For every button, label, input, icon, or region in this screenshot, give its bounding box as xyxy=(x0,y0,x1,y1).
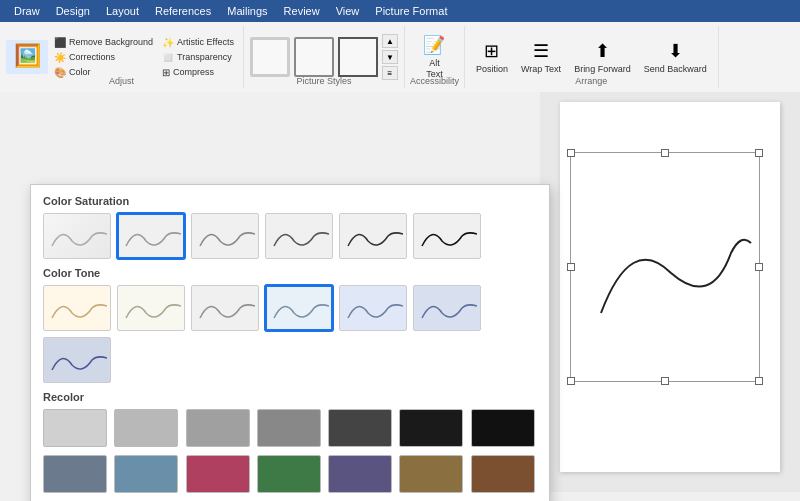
recolor-grayscale[interactable] xyxy=(114,409,178,447)
color-tone-title: Color Tone xyxy=(43,267,537,279)
group-adjust: 🖼️ ⬛ Remove Background ☀️ Corrections 🎨 … xyxy=(0,26,244,88)
signature-drawing xyxy=(571,153,761,383)
saturation-swatch-400[interactable] xyxy=(413,213,481,259)
menu-design[interactable]: Design xyxy=(48,3,98,19)
recolor-sepia[interactable] xyxy=(186,409,250,447)
remove-background-btn[interactable]: ⬛ Remove Background xyxy=(51,36,156,49)
artistic-effects-btn[interactable]: ✨ Artistic Effects xyxy=(159,36,237,49)
tone-swatch-1[interactable] xyxy=(43,285,111,331)
tone-preview-5 xyxy=(343,288,403,328)
picture-icon: 🖼️ xyxy=(14,43,41,69)
bring-forward-icon: ⬆ xyxy=(595,40,610,62)
sat-preview-400 xyxy=(417,216,477,256)
recolor-dark6[interactable] xyxy=(399,455,463,493)
recolor-grid-row2 xyxy=(43,455,537,493)
compress-icon: ⊞ xyxy=(162,67,170,78)
color-btn[interactable]: 🎨 Color xyxy=(51,66,156,79)
transparency-icon: ◻️ xyxy=(162,52,174,63)
sat-preview-0 xyxy=(47,216,107,256)
wrap-text-btn[interactable]: ☰ Wrap Text xyxy=(516,37,566,78)
recolor-bw50[interactable] xyxy=(399,409,463,447)
menu-references[interactable]: References xyxy=(147,3,219,19)
tone-preview-7 xyxy=(47,340,107,380)
position-icon: ⊞ xyxy=(484,40,499,62)
tone-swatch-4[interactable] xyxy=(265,285,333,331)
send-backward-icon: ⬇ xyxy=(668,40,683,62)
style-nav: ▲ ▼ ≡ xyxy=(382,34,398,80)
color-tone-swatches xyxy=(43,285,537,383)
position-btn[interactable]: ⊞ Position xyxy=(471,37,513,78)
recolor-bw25[interactable] xyxy=(328,409,392,447)
saturation-swatch-0[interactable] xyxy=(43,213,111,259)
saturation-swatch-33[interactable] xyxy=(117,213,185,259)
picture-btn[interactable]: 🖼️ xyxy=(6,40,48,74)
saturation-swatch-100[interactable] xyxy=(265,213,333,259)
sat-preview-33 xyxy=(121,216,181,256)
transparency-btn[interactable]: ◻️ Transparency xyxy=(159,51,237,64)
group-accessibility: 📝 AltText Accessibility xyxy=(405,26,465,88)
corrections-icon: ☀️ xyxy=(54,52,66,63)
tone-preview-6 xyxy=(417,288,477,328)
style-more-btn[interactable]: ≡ xyxy=(382,66,398,80)
color-saturation-title: Color Saturation xyxy=(43,195,537,207)
style-2[interactable] xyxy=(294,37,334,77)
sat-preview-100 xyxy=(269,216,329,256)
menu-layout[interactable]: Layout xyxy=(98,3,147,19)
style-3[interactable] xyxy=(338,37,378,77)
document-page xyxy=(560,102,780,472)
style-up-btn[interactable]: ▲ xyxy=(382,34,398,48)
tone-swatch-2[interactable] xyxy=(117,285,185,331)
send-backward-btn[interactable]: ⬇ Send Backward xyxy=(639,37,712,78)
wrap-text-label: Wrap Text xyxy=(521,64,561,75)
style-1[interactable] xyxy=(250,37,290,77)
recolor-dark5[interactable] xyxy=(328,455,392,493)
saturation-swatch-200[interactable] xyxy=(339,213,407,259)
group-picture-styles: ▲ ▼ ≡ Picture Styles xyxy=(244,26,405,88)
tone-swatch-5[interactable] xyxy=(339,285,407,331)
corrections-btn[interactable]: ☀️ Corrections xyxy=(51,51,156,64)
arrange-label: Arrange xyxy=(575,76,607,86)
compress-btn[interactable]: ⊞ Compress xyxy=(159,66,237,79)
recolor-grid-row1 xyxy=(43,409,537,447)
small-adjust-btns: ⬛ Remove Background ☀️ Corrections 🎨 Col… xyxy=(51,36,156,79)
adjust-label: Adjust xyxy=(109,76,134,86)
saturation-swatch-66[interactable] xyxy=(191,213,259,259)
recolor-dark7[interactable] xyxy=(471,455,535,493)
group-arrange: ⊞ Position ☰ Wrap Text ⬆ Bring Forward ⬇… xyxy=(465,26,719,88)
menu-mailings[interactable]: Mailings xyxy=(219,3,275,19)
bring-forward-btn[interactable]: ⬆ Bring Forward xyxy=(569,37,636,78)
tone-swatch-3[interactable] xyxy=(191,285,259,331)
recolor-title: Recolor xyxy=(43,391,537,403)
recolor-washout[interactable] xyxy=(257,409,321,447)
recolor-dark1[interactable] xyxy=(43,455,107,493)
recolor-dark3[interactable] xyxy=(186,455,250,493)
canvas-area xyxy=(540,92,800,492)
recolor-dark4[interactable] xyxy=(257,455,321,493)
wrap-text-icon: ☰ xyxy=(533,40,549,62)
recolor-no-recolor[interactable] xyxy=(43,409,107,447)
color-icon: 🎨 xyxy=(54,67,66,78)
selection-box xyxy=(570,152,760,382)
app-window: Draw Design Layout References Mailings R… xyxy=(0,0,800,501)
tone-swatch-6[interactable] xyxy=(413,285,481,331)
menu-bar: Draw Design Layout References Mailings R… xyxy=(0,0,800,22)
effects-icon: ✨ xyxy=(162,37,174,48)
small-adjust-btns2: ✨ Artistic Effects ◻️ Transparency ⊞ Com… xyxy=(159,36,237,79)
menu-view[interactable]: View xyxy=(328,3,368,19)
recolor-black[interactable] xyxy=(471,409,535,447)
tone-preview-3 xyxy=(195,288,255,328)
menu-picture-format[interactable]: Picture Format xyxy=(367,3,455,19)
picture-styles-label: Picture Styles xyxy=(296,76,351,86)
tone-preview-4 xyxy=(269,288,329,328)
tone-swatch-7[interactable] xyxy=(43,337,111,383)
send-backward-label: Send Backward xyxy=(644,64,707,75)
toolbar: 🖼️ ⬛ Remove Background ☀️ Corrections 🎨 … xyxy=(0,22,800,92)
remove-bg-icon: ⬛ xyxy=(54,37,66,48)
recolor-dark2[interactable] xyxy=(114,455,178,493)
sat-preview-66 xyxy=(195,216,255,256)
color-dropdown-panel: Color Saturation xyxy=(30,184,550,501)
menu-review[interactable]: Review xyxy=(276,3,328,19)
menu-draw[interactable]: Draw xyxy=(6,3,48,19)
style-down-btn[interactable]: ▼ xyxy=(382,50,398,64)
alt-text-icon: 📝 xyxy=(423,34,445,56)
